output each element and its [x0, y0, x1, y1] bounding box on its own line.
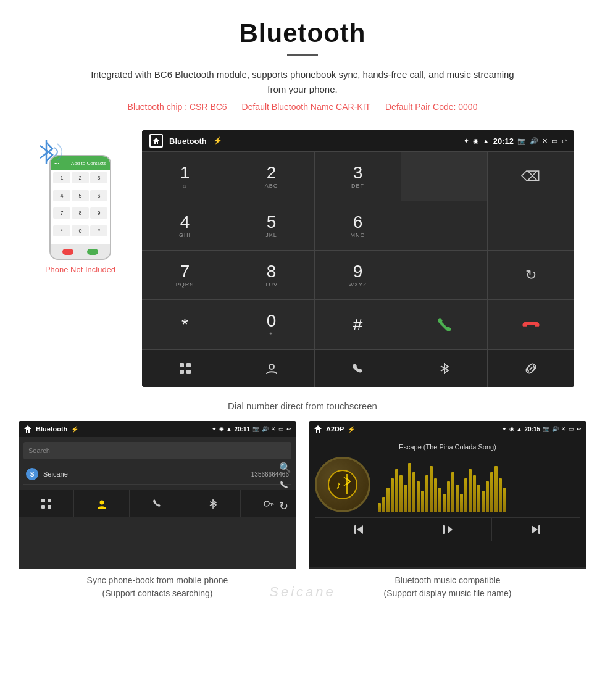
viz-bar: [499, 478, 502, 512]
svg-rect-2: [180, 363, 184, 367]
prev-button[interactable]: [315, 518, 403, 541]
viz-bar: [464, 478, 467, 512]
viz-bar: [378, 503, 381, 512]
phone-bottom: [51, 244, 110, 259]
dial-key-star[interactable]: *: [142, 300, 228, 349]
next-button[interactable]: [492, 518, 580, 541]
grid-button[interactable]: [142, 350, 228, 387]
music-statusbar: A2DP ⚡ ✦ ◉ ▲ 20:15 📷 🔊 ✕ ▭ ↩: [309, 421, 586, 437]
viz-bar: [430, 466, 433, 512]
music-cam-icon: 📷: [543, 426, 549, 432]
music-caption: Bluetooth music compatible (Support disp…: [384, 574, 512, 600]
viz-bar: [447, 481, 450, 512]
dial-caption: Dial number direct from touchscreen: [0, 393, 605, 421]
dial-key-6[interactable]: 6 MNO: [315, 201, 401, 251]
pb-app-name: Bluetooth: [36, 425, 67, 433]
phone-bottom-button[interactable]: [315, 350, 401, 387]
viz-bar: [438, 488, 441, 512]
phone-key: 5: [72, 190, 89, 201]
phone-key: 2: [72, 172, 89, 183]
call-sidebar-icon[interactable]: [279, 480, 291, 493]
phonebook-content-area: Search S Seicane 13566664466 🔍: [19, 437, 296, 490]
viz-bar: [434, 478, 437, 512]
pb-back-icon: ↩: [286, 426, 291, 432]
search-placeholder: Search: [28, 447, 50, 454]
svg-rect-10: [48, 499, 51, 502]
svg-rect-28: [538, 525, 540, 534]
music-controls: [315, 517, 580, 541]
phone-key: 8: [72, 207, 89, 219]
pb-loc-icon: ◉: [219, 426, 224, 432]
dial-bottom-bar: [142, 349, 574, 387]
dial-key-9[interactable]: 9 WXYZ: [315, 251, 401, 300]
contact-row[interactable]: S Seicane 13566664466: [23, 464, 291, 485]
pb-vol-icon: 🔊: [262, 426, 269, 432]
pb-bt-icon: ✦: [212, 426, 217, 432]
viz-bar: [408, 463, 411, 512]
viz-bar: [460, 494, 463, 512]
reload-button[interactable]: ↻: [488, 251, 574, 300]
phonebook-content: Search S Seicane 13566664466: [19, 437, 296, 490]
svg-rect-3: [186, 363, 191, 367]
music-sig-icon: ▲: [517, 426, 522, 432]
search-sidebar-icon[interactable]: 🔍: [279, 462, 291, 473]
page-description: Integrated with BC6 Bluetooth module, su…: [86, 67, 519, 97]
phone-key: 6: [90, 190, 107, 201]
viz-bar: [417, 481, 420, 512]
dial-key-7[interactable]: 7 PQRS: [142, 251, 228, 300]
viz-bar: [482, 491, 485, 512]
dial-key-hash[interactable]: #: [315, 300, 401, 349]
svg-text:♪: ♪: [336, 479, 341, 491]
svg-point-13: [99, 500, 104, 504]
dial-key-0[interactable]: 0 +: [228, 300, 315, 349]
svg-rect-25: [443, 525, 445, 534]
bottom-section: Bluetooth ⚡ ✦ ◉ ▲ 20:11 📷 🔊 ✕ ▭ ↩: [0, 421, 605, 612]
music-back-icon: ↩: [577, 426, 582, 432]
song-title-bar: Escape (The Pina Colada Song): [315, 443, 580, 451]
reload-sidebar-icon[interactable]: ↻: [279, 499, 291, 513]
link-bottom-button[interactable]: [488, 350, 574, 387]
viz-bar: [477, 485, 480, 512]
pb-cam-icon: 📷: [252, 426, 259, 432]
pb-phone-btn[interactable]: [130, 490, 185, 517]
contacts-button[interactable]: [228, 350, 315, 387]
backspace-button[interactable]: ⌫: [488, 152, 574, 201]
back-icon: ↩: [561, 137, 567, 145]
dial-key-2[interactable]: 2 ABC: [228, 152, 315, 201]
phonebook-caption: Sync phone-book from mobile phone (Suppo…: [87, 574, 228, 600]
viz-bar: [469, 469, 472, 512]
viz-bar: [412, 472, 415, 512]
viz-bar: [425, 475, 428, 512]
main-dial-area: ••• Add to Contacts 1 2 3 4 5 6 7 8 9 * …: [0, 130, 605, 387]
pb-grid-btn[interactable]: [19, 490, 74, 517]
bluetooth-wave-icon: [31, 136, 62, 173]
music-vol-icon: 🔊: [552, 426, 559, 432]
dial-key-1[interactable]: 1 ⌂: [142, 152, 228, 201]
phone-key: 3: [90, 172, 107, 183]
phone-call-btn: [87, 249, 98, 255]
svg-point-15: [264, 501, 269, 506]
dial-key-8[interactable]: 8 TUV: [228, 251, 315, 300]
end-call-button[interactable]: [488, 300, 574, 349]
pb-bt-btn[interactable]: [185, 490, 241, 517]
dial-empty-1: [401, 201, 488, 251]
play-pause-button[interactable]: [403, 518, 491, 541]
music-status-left: A2DP ⚡: [314, 425, 355, 433]
page-header: Bluetooth Integrated with BC6 Bluetooth …: [0, 0, 605, 130]
bluetooth-specs: Bluetooth chip : CSR BC6 Default Bluetoo…: [12, 102, 593, 112]
album-art: ♪: [315, 457, 370, 512]
close-status-icon: ✕: [542, 137, 548, 145]
search-bar[interactable]: Search: [23, 442, 291, 459]
pb-contacts-btn[interactable]: [74, 490, 130, 517]
title-divider: [287, 54, 318, 56]
dial-key-4[interactable]: 4 GHI: [142, 201, 228, 251]
dial-key-5[interactable]: 5 JKL: [228, 201, 315, 251]
phone-illustration: ••• Add to Contacts 1 2 3 4 5 6 7 8 9 * …: [31, 130, 130, 274]
music-content: Escape (The Pina Colada Song) ♪: [309, 437, 586, 567]
dial-key-3[interactable]: 3 DEF: [315, 152, 401, 201]
home-icon[interactable]: [149, 134, 163, 148]
bluetooth-bottom-button[interactable]: [401, 350, 488, 387]
phone-end-btn: [62, 249, 73, 255]
call-button[interactable]: [401, 300, 488, 349]
music-screen-icon: ▭: [569, 426, 574, 432]
